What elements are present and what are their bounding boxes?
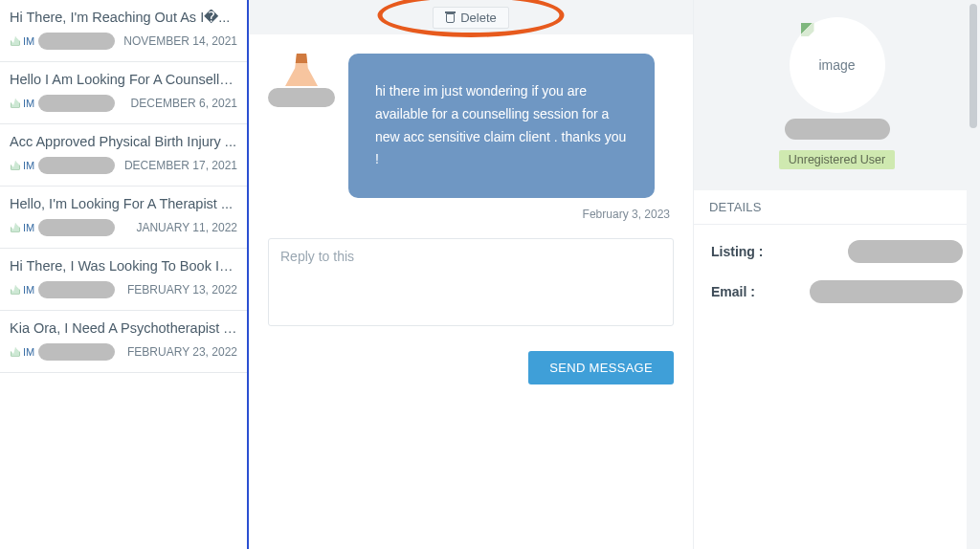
redacted-name [38,219,115,236]
conversation-list[interactable]: Hi There, I'm Reaching Out As I�... IM N… [0,0,249,549]
redacted-name [38,157,115,174]
redacted-name [38,343,115,361]
conversation-title: Acc Approved Physical Birth Injury ... [10,134,237,149]
redacted-value [848,240,963,263]
conversation-meta: IM FEBRUARY 13, 2022 [10,281,237,298]
thread-body: hi there im just wondering if you are av… [249,34,693,549]
redacted-name [268,88,335,107]
avatar: IM [10,95,115,112]
conversation-item[interactable]: Acc Approved Physical Birth Injury ... I… [0,124,247,187]
conversation-date: FEBRUARY 13, 2022 [127,283,237,296]
message-bubble: hi there im just wondering if you are av… [348,54,655,198]
thread-pane: Delete hi there im just wondering if you… [249,0,693,549]
detail-row-listing: Listing : [711,240,963,263]
conversation-item[interactable]: Kia Ora, I Need A Psychotherapist T... I… [0,311,247,373]
broken-image-icon [10,284,21,296]
conversation-item[interactable]: Hi There, I Was Looking To Book In ... I… [0,249,247,311]
conversation-title: Hello I Am Looking For A Counsellor... [10,72,237,87]
conversation-date: DECEMBER 6, 2021 [131,97,237,110]
contact-card: image Unregistered User [694,0,980,190]
conversation-meta: IM JANUARY 11, 2022 [10,219,237,236]
conversation-meta: IM DECEMBER 17, 2021 [10,157,237,174]
conversation-meta: IM DECEMBER 6, 2021 [10,95,237,112]
thread-toolbar: Delete [249,0,693,34]
message-avatar [268,54,335,107]
conversation-title: Hello, I'm Looking For A Therapist ... [10,196,237,211]
conversation-date: JANUARY 11, 2022 [136,221,237,234]
details-pane: image Unregistered User DETAILS Listing … [693,0,980,549]
conversation-meta: IM FEBRUARY 23, 2022 [10,343,237,361]
delete-label: Delete [460,11,497,25]
conversation-date: NOVEMBER 14, 2021 [123,34,237,48]
details-heading: DETAILS [694,190,980,225]
contact-image-placeholder: image [790,17,885,113]
conversation-title: Hi There, I'm Reaching Out As I�... [10,10,237,25]
redacted-name [38,95,115,112]
avatar-head-icon [285,54,318,86]
details-body: Listing : Email : [694,225,980,336]
message-date: February 3, 2023 [268,208,670,221]
email-label: Email : [711,284,755,299]
status-badge: Unregistered User [779,150,895,169]
redacted-name [38,281,115,298]
conversation-item[interactable]: Hello, I'm Looking For A Therapist ... I… [0,187,247,249]
redacted-value [810,280,963,303]
scrollbar[interactable] [967,0,980,549]
listing-label: Listing : [711,244,763,259]
avatar: IM [10,157,115,174]
send-message-button[interactable]: SEND MESSAGE [528,351,674,384]
redacted-name [785,119,890,140]
avatar: IM [10,33,115,50]
avatar: IM [10,343,115,361]
delete-button[interactable]: Delete [433,7,509,29]
conversation-item[interactable]: Hi There, I'm Reaching Out As I�... IM N… [0,0,247,62]
conversation-date: FEBRUARY 23, 2022 [127,345,237,359]
send-row: SEND MESSAGE [268,351,674,384]
message-row: hi there im just wondering if you are av… [268,54,674,198]
avatar: IM [10,281,115,298]
trash-icon [445,11,456,23]
broken-image-icon [10,160,21,171]
conversation-meta: IM NOVEMBER 14, 2021 [10,33,237,50]
conversation-item[interactable]: Hello I Am Looking For A Counsellor... I… [0,62,247,124]
broken-image-icon [10,222,21,233]
avatar: IM [10,219,115,236]
broken-image-icon [10,346,21,358]
broken-image-icon [801,23,814,36]
image-label: image [818,57,855,73]
redacted-name [38,33,115,50]
reply-input[interactable]: Reply to this [268,238,674,326]
broken-image-icon [10,35,21,47]
detail-row-email: Email : [711,280,963,303]
conversation-date: DECEMBER 17, 2021 [124,159,237,172]
conversation-title: Hi There, I Was Looking To Book In ... [10,258,237,274]
conversation-title: Kia Ora, I Need A Psychotherapist T... [10,320,237,336]
broken-image-icon [10,98,21,109]
